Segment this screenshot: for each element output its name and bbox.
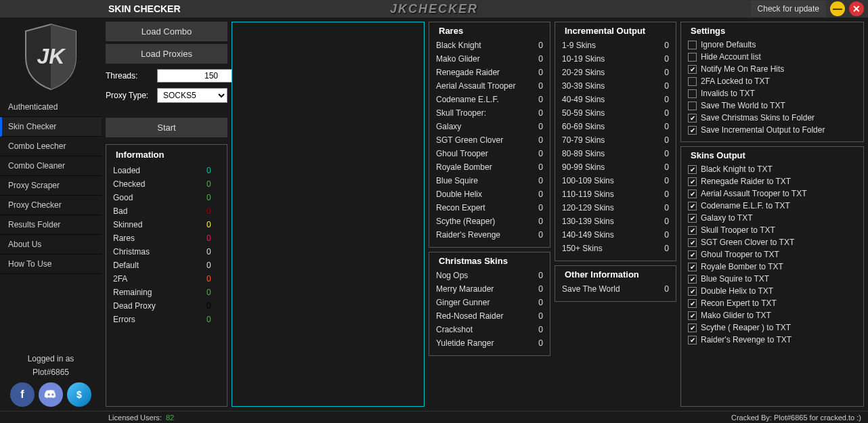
checkbox[interactable] xyxy=(688,299,697,308)
proxy-type-select[interactable]: SOCKS5 xyxy=(157,88,227,103)
nav-item-proxy-scraper[interactable]: Proxy Scraper xyxy=(0,176,102,196)
checkbox[interactable] xyxy=(688,336,697,344)
skin-output-row: Galaxy to TXT xyxy=(688,212,856,224)
checkbox[interactable] xyxy=(688,238,697,247)
list-item: 10-19 Skins0 xyxy=(562,52,669,66)
checkbox[interactable] xyxy=(688,226,697,235)
minimize-button[interactable]: — xyxy=(830,1,845,16)
list-item: 60-69 Skins0 xyxy=(562,120,669,133)
list-item: 130-139 Skins0 xyxy=(562,215,669,228)
list-item: Blue Squire0 xyxy=(436,174,543,187)
checkbox-label: Renegade Raider to TXT xyxy=(701,177,791,186)
nav-item-about-us[interactable]: About Us xyxy=(0,235,102,254)
start-button[interactable]: Start xyxy=(106,118,227,137)
brand-logo: JKCHECKER xyxy=(390,2,478,16)
sellix-icon[interactable] xyxy=(67,382,91,407)
checkbox[interactable] xyxy=(688,190,697,198)
checkbox[interactable] xyxy=(688,53,697,62)
checkbox-label: Raider's Revenge to TXT xyxy=(701,335,791,344)
threads-label: Threads: xyxy=(106,71,153,81)
list-item: 110-119 Skins0 xyxy=(562,187,669,201)
list-item: 140-149 Skins0 xyxy=(562,228,669,242)
skin-output-row: Renegade Raider to TXT xyxy=(688,175,856,187)
cracked-by-label: Cracked By: Plot#6865 for cracked.to :) xyxy=(731,414,861,422)
list-item: SGT Green Clover0 xyxy=(436,133,543,147)
load-combo-button[interactable]: Load Combo xyxy=(106,22,227,41)
list-item: Aerial Assault Trooper0 xyxy=(436,79,543,93)
checkbox-label: Blue Squire to TXT xyxy=(701,274,769,284)
info-row: Loaded0 xyxy=(113,164,220,177)
checkbox[interactable] xyxy=(688,324,697,332)
checkbox-label: Black Knight to TXT xyxy=(701,164,773,174)
nav-item-authenticated[interactable]: Authenticated xyxy=(0,97,102,117)
logged-in-label: Logged in as xyxy=(0,354,102,363)
list-item: 40-49 Skins0 xyxy=(562,93,669,106)
nav-item-combo-cleaner[interactable]: Combo Cleaner xyxy=(0,156,102,176)
list-item: Royale Bomber0 xyxy=(436,160,543,174)
skin-output-row: Scythe ( Reaper ) to TXT xyxy=(688,321,856,334)
close-button[interactable]: ✕ xyxy=(849,1,864,16)
skin-output-row: Blue Squire to TXT xyxy=(688,273,856,285)
other-info-title: Other Information xyxy=(562,269,642,280)
setting-row: Ignore Defaults xyxy=(688,39,856,51)
skin-output-row: Aerial Assault Trooper to TXT xyxy=(688,187,856,200)
list-item: Yuletide Ranger0 xyxy=(436,336,543,350)
facebook-icon[interactable]: f xyxy=(10,382,35,407)
check-update-button[interactable]: Check for update xyxy=(751,1,826,17)
checkbox[interactable] xyxy=(688,275,697,284)
skin-output-row: Ghoul Trooper to TXT xyxy=(688,248,856,261)
checkbox[interactable] xyxy=(688,177,697,186)
nav-item-skin-checker[interactable]: Skin Checker xyxy=(0,117,102,137)
checkbox[interactable] xyxy=(688,202,697,210)
checkbox[interactable] xyxy=(688,41,697,49)
checkbox[interactable] xyxy=(688,250,697,259)
list-item: 1-9 Skins0 xyxy=(562,39,669,52)
list-item: Skull Trooper:0 xyxy=(436,106,543,120)
checkbox[interactable] xyxy=(688,126,697,135)
nav-item-combo-leecher[interactable]: Combo Leecher xyxy=(0,137,102,156)
checkbox-label: Double Helix to TXT xyxy=(701,286,773,296)
list-item: 80-89 Skins0 xyxy=(562,147,669,160)
checkbox-label: Codename E.L.F. to TXT xyxy=(701,201,790,210)
output-console[interactable] xyxy=(232,22,425,407)
list-item: Scythe (Reaper)0 xyxy=(436,215,543,228)
checkbox[interactable] xyxy=(688,89,697,98)
rares-title: Rares xyxy=(436,26,466,36)
checkbox-label: SGT Green Clover to TXT xyxy=(701,238,794,247)
checkbox[interactable] xyxy=(688,214,697,223)
information-title: Information xyxy=(113,150,167,160)
info-row: Good0 xyxy=(113,191,220,204)
checkbox[interactable] xyxy=(688,65,697,74)
checkbox[interactable] xyxy=(688,77,697,86)
list-item: 120-129 Skins0 xyxy=(562,201,669,215)
nav-item-results-folder[interactable]: Results Folder xyxy=(0,215,102,235)
nav-item-proxy-checker[interactable]: Proxy Checker xyxy=(0,196,102,215)
skin-output-row: Black Knight to TXT xyxy=(688,163,856,175)
list-item: 30-39 Skins0 xyxy=(562,79,669,93)
checkbox[interactable] xyxy=(688,102,697,110)
checkbox-label: 2FA Locked to TXT xyxy=(701,76,770,86)
nav-item-how-to-use[interactable]: How To Use xyxy=(0,254,102,274)
checkbox-label: Ignore Defaults xyxy=(701,40,756,49)
discord-icon[interactable] xyxy=(39,382,63,407)
skin-output-row: Codename E.L.F. to TXT xyxy=(688,200,856,212)
list-item: 150+ Skins0 xyxy=(562,242,669,255)
list-item: Black Knight0 xyxy=(436,39,543,52)
info-row: Dead Proxy0 xyxy=(113,299,220,313)
info-row: Bad0 xyxy=(113,204,220,218)
load-proxies-button[interactable]: Load Proxies xyxy=(106,44,227,64)
checkbox[interactable] xyxy=(688,165,697,174)
checkbox-label: Hide Account list xyxy=(701,52,761,62)
checkbox-label: Save Christmas Skins to Folder xyxy=(701,113,815,123)
list-item: Recon Expert0 xyxy=(436,201,543,215)
skin-output-row: SGT Green Clover to TXT xyxy=(688,236,856,248)
checkbox[interactable] xyxy=(688,114,697,123)
licensed-users-value: 82 xyxy=(166,414,174,422)
checkbox[interactable] xyxy=(688,311,697,320)
proxy-type-label: Proxy Type: xyxy=(106,91,153,100)
checkbox[interactable] xyxy=(688,263,697,271)
list-item: Merry Marauder0 xyxy=(436,282,543,296)
setting-row: Invalids to TXT xyxy=(688,87,856,99)
setting-row: 2FA Locked to TXT xyxy=(688,75,856,87)
checkbox[interactable] xyxy=(688,287,697,296)
